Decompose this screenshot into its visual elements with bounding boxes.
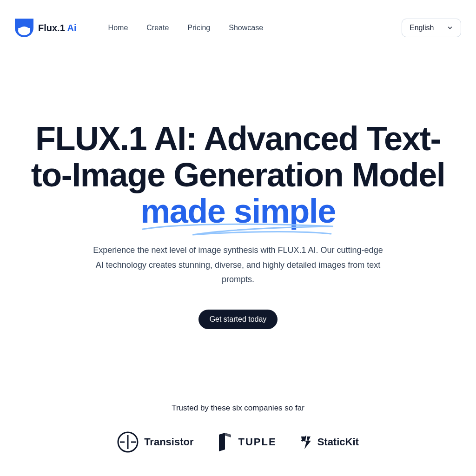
svg-point-3	[19, 26, 30, 35]
logo-icon	[15, 19, 33, 37]
nav-showcase[interactable]: Showcase	[229, 24, 263, 32]
hero-title-plain: FLUX.1 AI: Advanced Text-to-Image Genera…	[31, 120, 445, 193]
chevron-down-icon	[447, 25, 453, 31]
get-started-button[interactable]: Get started today	[198, 310, 278, 329]
trusted-section: Trusted by these six companies so far Tr…	[0, 403, 476, 453]
company-statickit: StaticKit	[300, 435, 359, 449]
company-transistor-label: Transistor	[144, 436, 193, 448]
nav-pricing[interactable]: Pricing	[187, 24, 210, 32]
company-tuple-label: TUPLE	[238, 436, 277, 448]
hero: FLUX.1 AI: Advanced Text-to-Image Genera…	[0, 56, 476, 329]
company-transistor: Transistor	[117, 431, 193, 453]
header-right: English	[402, 19, 461, 37]
trusted-text: Trusted by these six companies so far	[0, 403, 476, 413]
hero-subtitle: Experience the next level of image synth…	[89, 243, 387, 287]
nav-create[interactable]: Create	[146, 24, 169, 32]
transistor-icon	[117, 431, 139, 453]
main-nav: Home Create Pricing Showcase	[108, 24, 263, 32]
logo[interactable]: Flux.1 Ai	[15, 19, 77, 37]
logo-text: Flux.1 Ai	[38, 23, 77, 33]
header: Flux.1 Ai Home Create Pricing Showcase E…	[0, 0, 476, 56]
hero-title: FLUX.1 AI: Advanced Text-to-Image Genera…	[19, 121, 457, 229]
statickit-icon	[300, 435, 312, 449]
language-selected: English	[410, 24, 434, 32]
hero-title-highlight-wrap: made simple	[140, 193, 336, 230]
company-statickit-label: StaticKit	[317, 436, 359, 448]
nav-home[interactable]: Home	[108, 24, 128, 32]
tuple-icon	[217, 433, 233, 451]
hero-title-highlight: made simple	[140, 192, 336, 230]
company-tuple: TUPLE	[217, 433, 277, 451]
company-logos: Transistor TUPLE StaticKit	[0, 431, 476, 453]
language-select[interactable]: English	[402, 19, 461, 37]
